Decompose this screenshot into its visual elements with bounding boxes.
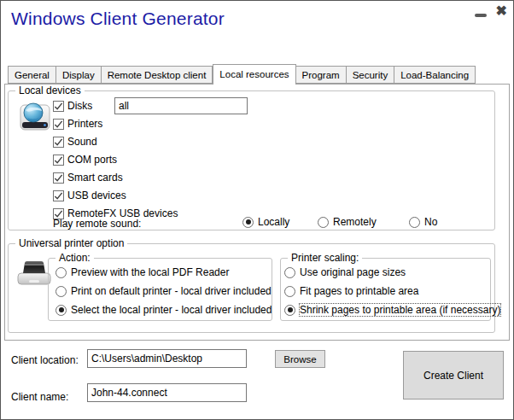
com-ports-checkbox[interactable] <box>53 155 64 166</box>
original-page-sizes-radio[interactable] <box>284 267 295 278</box>
tab-load-balancing[interactable]: Load-Balancing <box>394 66 476 84</box>
disks-checkbox[interactable] <box>53 101 64 112</box>
radio-label: Print on default printer - local driver … <box>71 285 272 297</box>
fit-pages-radio[interactable] <box>284 286 295 297</box>
checkbox-label: COM ports <box>67 154 117 166</box>
play-remote-sound-label: Play remote sound: <box>53 218 141 230</box>
printer-scaling-groupbox: Printer scaling: Use original page sizes… <box>280 258 491 321</box>
locally-radio[interactable] <box>242 217 254 228</box>
shrink-pages-radio[interactable] <box>284 305 295 316</box>
radio-row-preview-pdf: Preview with the local PDF Reader <box>55 266 229 278</box>
radio-row-fit-pages: Fit pages to printable area <box>284 285 418 297</box>
checkbox-label: Sound <box>67 136 97 148</box>
radio-label: Fit pages to printable area <box>300 285 418 297</box>
checkbox-label: Printers <box>67 118 102 130</box>
windows-client-generator-window: Windows Client Generator ✖ General Displ… <box>0 0 514 420</box>
checkbox-row-smart-cards: Smart cards <box>53 172 123 184</box>
radio-row-original-sizes: Use original page sizes <box>284 266 406 278</box>
close-icon[interactable]: ✖ <box>496 3 507 20</box>
tab-display[interactable]: Display <box>56 66 102 84</box>
smart-cards-checkbox[interactable] <box>53 172 64 184</box>
select-printer-radio[interactable] <box>55 305 67 316</box>
minimize-icon[interactable] <box>475 14 487 17</box>
tab-strip: General Display Remote Desktop client Lo… <box>8 64 476 84</box>
radio-row-remotely: Remotely <box>318 216 377 228</box>
tab-remote-desktop-client[interactable]: Remote Desktop client <box>102 66 213 84</box>
radio-row-shrink-pages: Shrink pages to printable area (if neces… <box>284 304 500 316</box>
radio-row-print-default: Print on default printer - local driver … <box>55 285 272 297</box>
drive-globe-icon <box>19 99 51 133</box>
printer-scaling-group-title: Printer scaling: <box>288 252 362 264</box>
checkbox-row-printers: Printers <box>53 118 102 130</box>
universal-printer-group-title: Universal printer option <box>15 237 127 249</box>
tab-general[interactable]: General <box>8 66 56 84</box>
local-devices-groupbox: Local devices <box>8 90 495 230</box>
local-resources-tab-panel: Local devices <box>4 84 510 341</box>
checkbox-label: Smart cards <box>67 172 123 184</box>
checkbox-label: Disks <box>67 100 92 112</box>
universal-printer-groupbox: Universal printer option Action: <box>8 243 495 333</box>
tab-security[interactable]: Security <box>347 66 395 84</box>
radio-row-no: No <box>409 216 437 228</box>
page-title: Windows Client Generator <box>11 9 225 29</box>
preview-pdf-radio[interactable] <box>55 267 67 278</box>
print-default-radio[interactable] <box>55 286 67 297</box>
radio-label: Preview with the local PDF Reader <box>71 266 229 278</box>
checkbox-label: USB devices <box>67 190 126 201</box>
tab-program[interactable]: Program <box>296 66 347 84</box>
radio-row-select-printer: Select the local printer - local driver … <box>55 304 272 316</box>
no-radio[interactable] <box>409 217 420 228</box>
remotely-radio[interactable] <box>318 217 329 228</box>
radio-label: No <box>424 216 437 228</box>
printers-checkbox[interactable] <box>53 119 64 130</box>
checkbox-row-sound: Sound <box>53 136 97 148</box>
client-name-input[interactable] <box>87 383 247 402</box>
radio-label: Select the local printer - local driver … <box>71 304 272 316</box>
sound-checkbox[interactable] <box>53 137 64 148</box>
usb-devices-checkbox[interactable] <box>53 190 64 201</box>
radio-label: Use original page sizes <box>300 266 406 278</box>
disks-filter-input[interactable] <box>114 97 248 114</box>
radio-label: Locally <box>258 216 289 228</box>
radio-label: Shrink pages to printable area (if neces… <box>300 304 500 316</box>
checkbox-row-usb-devices: USB devices <box>53 190 126 201</box>
client-name-label: Client name: <box>11 391 68 403</box>
checkbox-row-disks: Disks <box>53 100 92 112</box>
radio-row-locally: Locally <box>242 216 289 228</box>
radio-label: Remotely <box>333 216 377 228</box>
printer-icon <box>17 257 51 288</box>
tab-local-resources[interactable]: Local resources <box>213 64 295 85</box>
checkbox-row-com-ports: COM ports <box>53 154 117 166</box>
local-devices-group-title: Local devices <box>15 85 85 96</box>
client-location-input[interactable] <box>87 349 247 368</box>
client-location-label: Client location: <box>11 354 79 366</box>
action-group-title: Action: <box>55 252 94 264</box>
create-client-button[interactable]: Create Client <box>403 351 504 400</box>
action-groupbox: Action: Preview with the local PDF Reade… <box>48 258 272 321</box>
browse-button[interactable]: Browse <box>275 350 325 368</box>
